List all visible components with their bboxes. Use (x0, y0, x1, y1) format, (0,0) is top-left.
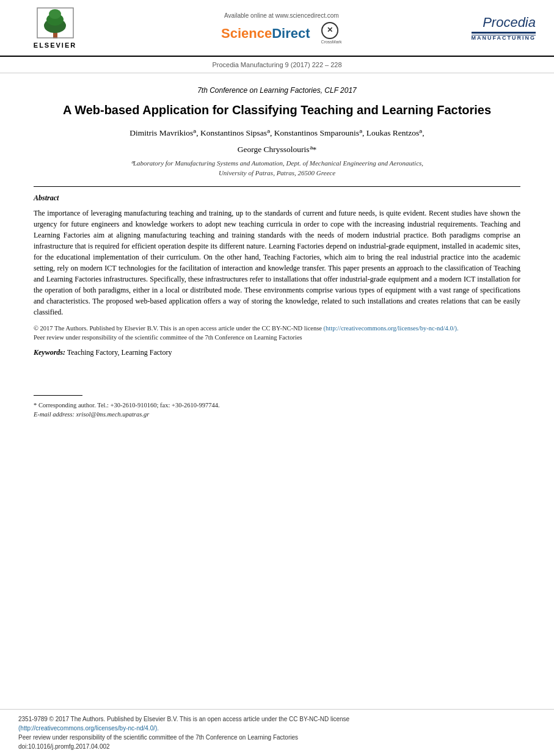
copyright-link[interactable]: (http://creativecommons.org/licenses/by-… (324, 325, 459, 332)
paper-title: A Web-based Application for Classifying … (34, 102, 520, 118)
footnote-email: E-mail address: xrisol@lms.mech.upatras.… (34, 410, 520, 420)
science-text: Science (221, 26, 272, 41)
footnote-divider (34, 395, 82, 396)
elsevier-text: ELSEVIER (34, 41, 76, 51)
keywords-label: Keywords: (34, 348, 65, 357)
keywords-section: Keywords: Teaching Factory, Learning Fac… (34, 347, 520, 358)
footer-issn: 2351-9789 © 2017 The Authors. Published … (18, 714, 536, 724)
email-address: xrisol@lms.mech.upatras.gr (76, 411, 150, 418)
svg-point-3 (49, 9, 61, 19)
footnote-corresponding: * Corresponding author. Tel.: +30-2610-9… (34, 401, 520, 410)
conference-name: 7th Conference on Learning Factories, CL… (34, 85, 520, 96)
available-online-text: Available online at www.sciencedirect.co… (92, 12, 472, 21)
procedia-sub-text: MANUFACTURING (472, 35, 536, 42)
crossmark-icon: ✕ (321, 22, 338, 39)
page: ELSEVIER Available online at www.science… (0, 0, 554, 756)
header-left: ELSEVIER (18, 6, 92, 51)
footer-peer-review: Peer review under responsibility of the … (18, 733, 536, 742)
affiliation-line1: ᵃLaboratory for Manufacturing Systems an… (131, 159, 423, 167)
elsevier-tree-icon (35, 6, 75, 40)
authors-line2: George Chryssolourisᵃ* (34, 143, 520, 156)
direct-text: Direct (272, 26, 310, 41)
bottom-footer: 2351-9789 © 2017 The Authors. Published … (0, 709, 554, 756)
sciencedirect-logo: ScienceDirect (221, 24, 310, 43)
header-center: Available online at www.sciencedirect.co… (92, 12, 472, 45)
affiliation-line2: University of Patras, Patras, 26500 Gree… (219, 169, 335, 176)
peer-review-text: Peer review under responsibility of the … (34, 334, 302, 341)
procedia-title-text: Procedia (472, 15, 536, 30)
copyright-info: © 2017 The Authors. Published by Elsevie… (34, 324, 520, 343)
footnote-area: * Corresponding author. Tel.: +30-2610-9… (0, 395, 554, 420)
header: ELSEVIER Available online at www.science… (0, 0, 554, 57)
abstract-body: The importance of leveraging manufacturi… (34, 208, 520, 318)
journal-info: Procedia Manufacturing 9 (2017) 222 – 22… (0, 57, 554, 73)
main-content: 7th Conference on Learning Factories, CL… (0, 73, 554, 371)
abstract-section: Abstract The importance of leveraging ma… (34, 193, 520, 317)
footer-doi: doi:10.1016/j.promfg.2017.04.002 (18, 742, 536, 751)
authors-line1: Dimitris Mavrikiosᵃ, Konstantinos Sipsas… (34, 126, 520, 140)
section-divider (34, 186, 520, 187)
copyright-text1: © 2017 The Authors. Published by Elsevie… (34, 325, 322, 332)
procedia-manufacturing-logo: Procedia MANUFACTURING (472, 15, 536, 42)
footer-link: (http://creativecommons.org/licenses/by-… (18, 724, 536, 733)
crossmark-badge: ✕ CrossMark (321, 22, 342, 45)
elsevier-logo: ELSEVIER (18, 6, 92, 51)
email-label: E-mail address: (34, 411, 75, 418)
abstract-title: Abstract (34, 193, 520, 203)
keywords-text: Teaching Factory, Learning Factory (67, 348, 172, 357)
footer-cc-link[interactable]: (http://creativecommons.org/licenses/by-… (18, 725, 159, 732)
affiliation: ᵃLaboratory for Manufacturing Systems an… (34, 159, 520, 178)
